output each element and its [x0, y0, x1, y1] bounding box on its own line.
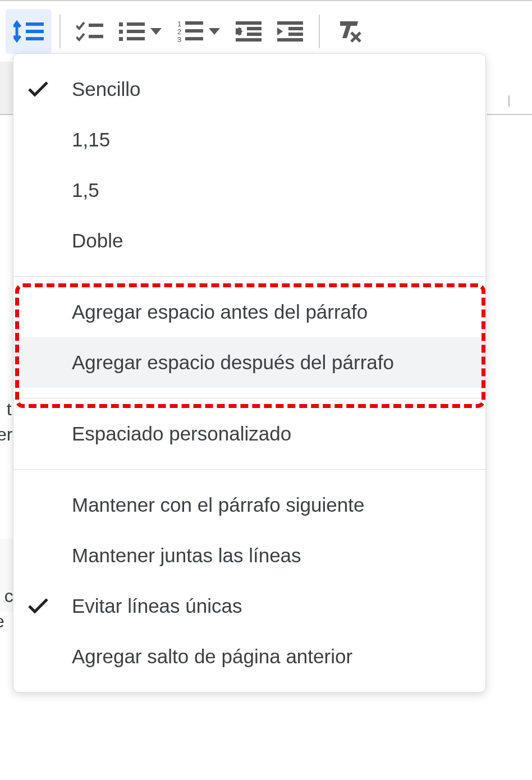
svg-rect-10: [127, 30, 145, 33]
menu-item-label: Agregar salto de página anterior: [72, 645, 352, 668]
bulleted-list-button[interactable]: [111, 9, 169, 54]
menu-item-label: Agregar espacio después del párrafo: [72, 351, 394, 374]
menu-item-label: Mantener con el párrafo siguiente: [72, 494, 364, 516]
svg-rect-17: [185, 37, 203, 40]
line-spacing-button[interactable]: [6, 9, 52, 54]
menu-item-label: Doble: [72, 230, 123, 252]
svg-rect-8: [119, 37, 123, 41]
menu-item-keep-with-next[interactable]: Mantener con el párrafo siguiente: [13, 480, 485, 530]
menu-item-doble[interactable]: Doble: [13, 215, 485, 266]
menu-item-1-5[interactable]: 1,5: [13, 165, 485, 215]
numbered-list-button[interactable]: 1 2 3: [169, 9, 228, 54]
svg-rect-24: [247, 33, 262, 36]
svg-rect-16: [185, 29, 203, 33]
menu-item-label: 1,15: [72, 129, 110, 151]
menu-item-label: Sencillo: [72, 78, 141, 100]
menu-item-label: Espaciado personalizado: [72, 423, 291, 445]
line-spacing-menu: Sencillo 1,15 1,5 Doble Agregar espacio …: [13, 53, 486, 692]
checklist-button[interactable]: [68, 9, 111, 54]
svg-rect-3: [26, 37, 44, 40]
svg-text:1: 1: [177, 20, 181, 28]
ruler-fragment: [487, 62, 532, 115]
svg-rect-5: [89, 35, 103, 38]
ruler-tick: [508, 95, 510, 107]
svg-rect-29: [288, 27, 303, 30]
svg-rect-31: [277, 38, 303, 42]
check-icon: [28, 598, 72, 614]
checklist-icon: [76, 20, 103, 43]
svg-rect-30: [288, 33, 303, 36]
menu-separator: [13, 398, 485, 398]
toolbar: 1 2 3: [0, 0, 532, 62]
bulleted-list-icon: [119, 20, 145, 43]
svg-rect-27: [277, 21, 303, 25]
svg-rect-23: [247, 27, 262, 30]
menu-item-space-before[interactable]: Agregar espacio antes del párrafo: [13, 287, 485, 337]
menu-separator: [13, 469, 485, 470]
toolbar-separator: [59, 15, 61, 48]
check-icon: [28, 81, 72, 97]
svg-rect-18: [236, 21, 262, 25]
ruler-fragment: [0, 62, 13, 115]
menu-item-space-after[interactable]: Agregar espacio después del párrafo: [13, 337, 485, 388]
menu-item-label: 1,5: [72, 179, 99, 201]
menu-item-label: Evitar líneas únicas: [72, 595, 242, 617]
svg-rect-7: [119, 30, 123, 34]
increase-indent-button[interactable]: [269, 9, 311, 54]
numbered-list-icon: 1 2 3: [177, 20, 203, 43]
menu-item-keep-lines[interactable]: Mantener juntas las líneas: [13, 530, 485, 581]
svg-rect-1: [26, 22, 44, 26]
svg-rect-9: [127, 22, 145, 26]
decrease-indent-button[interactable]: [228, 9, 269, 54]
decrease-indent-icon: [236, 20, 262, 43]
menu-item-page-break-before[interactable]: Agregar salto de página anterior: [13, 631, 485, 682]
svg-marker-28: [277, 27, 283, 35]
clear-formatting-icon: [336, 19, 363, 44]
menu-item-custom-spacing[interactable]: Espaciado personalizado: [13, 409, 485, 459]
line-spacing-icon: [13, 19, 44, 44]
toolbar-separator: [319, 15, 320, 48]
svg-rect-15: [185, 21, 203, 25]
svg-rect-6: [119, 22, 123, 26]
menu-item-label: Agregar espacio antes del párrafo: [72, 301, 368, 323]
svg-text:2: 2: [177, 27, 181, 36]
chevron-down-icon: [209, 28, 220, 35]
svg-rect-25: [236, 38, 262, 42]
menu-item-sencillo[interactable]: Sencillo: [13, 64, 485, 114]
increase-indent-icon: [277, 20, 303, 43]
svg-rect-2: [26, 30, 44, 33]
menu-item-avoid-widow[interactable]: Evitar líneas únicas: [13, 581, 485, 631]
svg-rect-4: [89, 24, 103, 27]
menu-item-1-15[interactable]: 1,15: [13, 114, 485, 165]
clear-formatting-button[interactable]: [328, 9, 370, 54]
svg-text:3: 3: [177, 35, 181, 43]
menu-separator: [13, 276, 485, 277]
chevron-down-icon: [150, 28, 162, 35]
svg-rect-11: [127, 37, 145, 40]
menu-item-label: Mantener juntas las líneas: [72, 544, 301, 567]
